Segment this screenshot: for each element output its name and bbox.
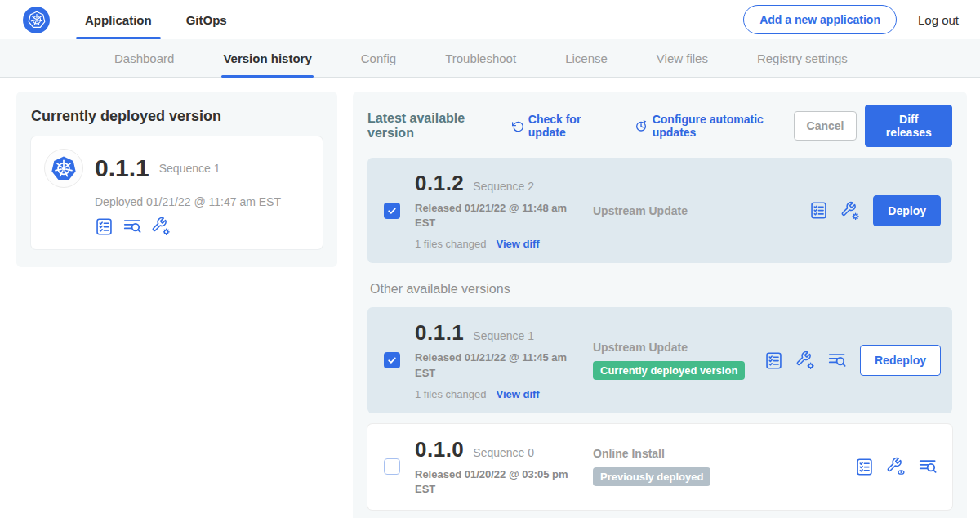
redeploy-button[interactable]: Redeploy: [860, 345, 941, 376]
previously-deployed-badge: Previously deployed: [593, 467, 710, 486]
deployed-version-box: 0.1.1 Sequence 1 Deployed 01/21/22 @ 11:…: [31, 136, 323, 249]
version-sequence: Sequence 0: [473, 446, 534, 459]
preflight-checks-icon[interactable]: [95, 217, 114, 236]
preflight-checks-icon[interactable]: [855, 458, 874, 476]
subnav-dashboard-label: Dashboard: [114, 51, 174, 65]
version-released: Released 01/21/22 @ 11:48 am EST: [415, 201, 570, 230]
edit-config-icon[interactable]: [840, 201, 860, 221]
currently-deployed-badge: Currently deployed version: [593, 361, 745, 380]
latest-version-title: Latest available version: [368, 111, 500, 141]
release-notes-icon[interactable]: [918, 457, 938, 476]
checkmark-icon: [386, 355, 398, 366]
topbar-right: Add a new application Log out: [743, 5, 980, 34]
check-for-update-link[interactable]: Check for update: [511, 113, 612, 139]
tab-gitops-label: GitOps: [186, 13, 227, 27]
version-number: 0.1.0: [415, 437, 464, 462]
configure-auto-updates-label: Configure automatic updates: [653, 113, 794, 139]
other-versions-title: Other available versions: [370, 282, 952, 297]
version-row-0-1-2: 0.1.2 Sequence 2 Released 01/21/22 @ 11:…: [368, 158, 952, 263]
version-source: Online Install: [593, 447, 855, 460]
view-diff-link[interactable]: View diff: [496, 238, 539, 250]
deployed-sequence: Sequence 1: [159, 162, 220, 175]
subnav-version-history-label: Version history: [223, 51, 311, 65]
view-diff-link[interactable]: View diff: [496, 388, 539, 400]
cancel-button[interactable]: Cancel: [794, 111, 858, 141]
version-checkbox[interactable]: [384, 203, 400, 219]
deploy-button[interactable]: Deploy: [873, 195, 941, 226]
release-notes-icon[interactable]: [122, 217, 142, 236]
preflight-checks-icon[interactable]: [809, 201, 828, 220]
helm-wheel-icon: [27, 10, 47, 29]
subnav-dashboard[interactable]: Dashboard: [113, 39, 176, 77]
files-changed: 1 files changed: [415, 388, 486, 400]
logout-button[interactable]: Log out: [918, 13, 959, 27]
subnav-registry-settings-label: Registry settings: [757, 51, 848, 65]
version-checkbox[interactable]: [384, 352, 400, 368]
deployed-timestamp: Deployed 01/21/22 @ 11:47 am EST: [95, 195, 310, 208]
subnav-license[interactable]: License: [564, 39, 609, 77]
subnav-registry-settings[interactable]: Registry settings: [755, 39, 849, 77]
subnav-config[interactable]: Config: [359, 39, 398, 77]
subnav-troubleshoot[interactable]: Troubleshoot: [443, 39, 518, 77]
version-number: 0.1.2: [415, 171, 464, 196]
version-source: Upstream Update: [593, 204, 809, 217]
version-row-0-1-1: 0.1.1 Sequence 1 Released 01/21/22 @ 11:…: [368, 307, 952, 413]
edit-config-icon[interactable]: [151, 217, 171, 236]
version-released: Released 01/20/22 @ 03:05 pm EST: [415, 467, 570, 497]
diff-releases-button[interactable]: Diff releases: [865, 105, 952, 147]
subnav-config-label: Config: [361, 51, 396, 65]
app-subnav: Dashboard Version history Config Trouble…: [0, 39, 980, 78]
add-application-button[interactable]: Add a new application: [743, 5, 897, 34]
app-icon: [44, 149, 83, 188]
files-changed: 1 files changed: [415, 238, 486, 250]
view-config-icon[interactable]: [886, 457, 906, 476]
version-row-0-1-0: 0.1.0 Sequence 0 Released 01/20/22 @ 03:…: [368, 424, 952, 510]
preflight-checks-icon[interactable]: [764, 351, 783, 370]
subnav-view-files[interactable]: View files: [655, 39, 710, 77]
version-history-panel: Latest available version Check for updat…: [353, 92, 967, 518]
top-navbar: Application GitOps Add a new application…: [0, 0, 980, 39]
edit-config-icon[interactable]: [795, 351, 815, 370]
deployed-version-number: 0.1.1: [95, 154, 149, 182]
tab-application[interactable]: Application: [74, 0, 163, 39]
refresh-icon: [511, 119, 523, 133]
check-for-update-label: Check for update: [528, 113, 612, 139]
helm-wheel-icon: [49, 154, 78, 183]
version-checkbox[interactable]: [384, 458, 400, 475]
subnav-version-history[interactable]: Version history: [221, 39, 313, 77]
version-source: Upstream Update: [593, 341, 764, 354]
kubernetes-logo: [23, 7, 50, 33]
version-sequence: Sequence 1: [473, 329, 534, 342]
subnav-troubleshoot-label: Troubleshoot: [445, 51, 516, 65]
currently-deployed-title: Currently deployed version: [31, 108, 323, 125]
subnav-view-files-label: View files: [657, 51, 708, 65]
version-sequence: Sequence 2: [473, 180, 534, 193]
currently-deployed-card: Currently deployed version 0.1.1 Sequenc…: [16, 92, 337, 267]
tab-application-label: Application: [85, 13, 152, 27]
main-content: Currently deployed version 0.1.1 Sequenc…: [0, 78, 980, 518]
checkmark-icon: [386, 205, 398, 217]
version-released: Released 01/21/22 @ 11:45 am EST: [415, 351, 570, 380]
configure-auto-updates-link[interactable]: Configure automatic updates: [635, 113, 794, 139]
tab-gitops[interactable]: GitOps: [176, 0, 238, 39]
release-notes-icon[interactable]: [827, 351, 847, 370]
subnav-license-label: License: [565, 51, 608, 65]
latest-version-header: Latest available version Check for updat…: [368, 105, 952, 147]
auto-update-clock-icon: [635, 118, 648, 133]
version-number: 0.1.1: [415, 320, 464, 346]
